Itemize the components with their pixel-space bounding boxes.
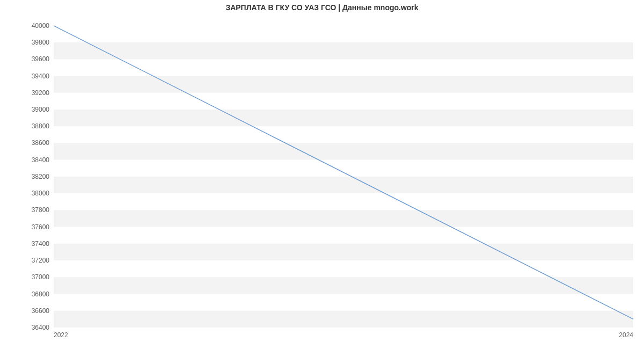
x-tick-label: 2022 bbox=[54, 331, 68, 339]
y-tick-label: 39600 bbox=[32, 55, 50, 63]
y-tick-label: 38200 bbox=[32, 173, 50, 180]
grid-band bbox=[54, 244, 633, 260]
y-tick-label: 37600 bbox=[32, 223, 50, 231]
y-tick-label: 36400 bbox=[32, 324, 50, 331]
chart-title: ЗАРПЛАТА В ГКУ СО УАЗ ГСО | Данные mnogo… bbox=[0, 3, 644, 12]
x-tick-label: 2024 bbox=[619, 331, 633, 339]
chart-svg: 3640036600368003700037200374003760037800… bbox=[0, 0, 644, 349]
y-tick-label: 37000 bbox=[32, 273, 50, 281]
grid-band bbox=[54, 210, 633, 227]
chart-container: ЗАРПЛАТА В ГКУ СО УАЗ ГСО | Данные mnogo… bbox=[0, 0, 644, 349]
grid-band bbox=[54, 42, 633, 59]
y-tick-label: 40000 bbox=[32, 22, 50, 30]
y-tick-label: 39800 bbox=[32, 39, 50, 46]
y-tick-label: 38400 bbox=[32, 156, 50, 164]
y-tick-label: 37400 bbox=[32, 240, 50, 248]
y-tick-label: 37800 bbox=[32, 206, 50, 214]
y-tick-label: 36800 bbox=[32, 290, 50, 298]
grid-band bbox=[54, 277, 633, 294]
y-tick-label: 37200 bbox=[32, 257, 50, 264]
y-tick-label: 38600 bbox=[32, 139, 50, 147]
data-line bbox=[54, 26, 633, 319]
grid-band bbox=[54, 177, 633, 193]
y-tick-label: 38800 bbox=[32, 122, 50, 130]
y-tick-label: 36600 bbox=[32, 307, 50, 315]
grid-band bbox=[54, 110, 633, 126]
y-tick-label: 39400 bbox=[32, 72, 50, 80]
grid-band bbox=[54, 76, 633, 93]
grid-band bbox=[54, 143, 633, 159]
y-tick-label: 39200 bbox=[32, 89, 50, 97]
grid-band bbox=[54, 311, 633, 328]
y-tick-label: 39000 bbox=[32, 106, 50, 113]
y-tick-label: 38000 bbox=[32, 190, 50, 197]
